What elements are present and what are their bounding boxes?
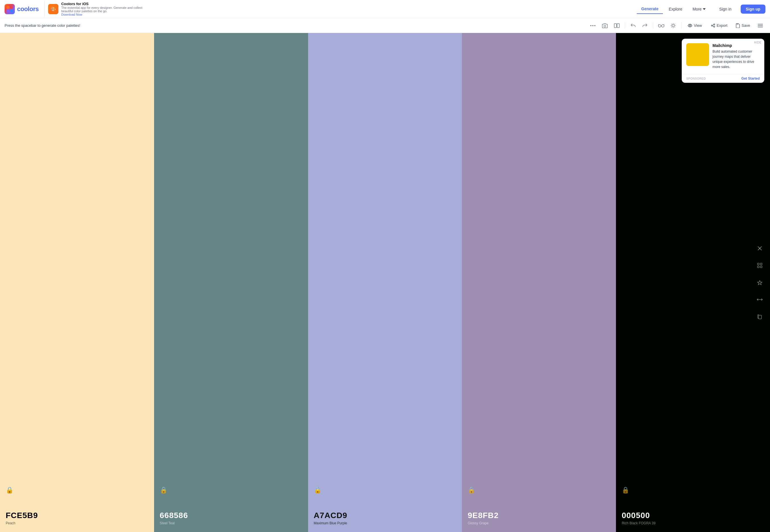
save-button[interactable]: Save <box>732 22 753 30</box>
copy-icon-button[interactable] <box>755 312 764 321</box>
color-swatch-4[interactable]: 🔒 000500 Rich Black FOGRA 39 <box>616 33 770 532</box>
ad-hide-button[interactable]: HIDE <box>754 41 761 44</box>
color-name-4: Rich Black FOGRA 39 <box>622 521 764 525</box>
svg-rect-10 <box>614 24 617 28</box>
svg-rect-35 <box>757 263 759 265</box>
ad-sponsored-label: SPONSORED <box>686 77 706 80</box>
color-hex-3: 9E8FB2 <box>468 511 610 520</box>
toolbar-divider-1 <box>625 22 625 29</box>
menu-button[interactable] <box>755 20 765 31</box>
color-name-1: Steel Teal <box>160 521 302 525</box>
color-swatch-0[interactable]: 🔒 FCE5B9 Peach <box>0 33 154 532</box>
view-label: View <box>694 23 702 28</box>
color-hex-4: 000500 <box>622 511 764 520</box>
export-button[interactable]: Export <box>707 22 731 30</box>
color-name-2: Maximum Blue Purple <box>314 521 456 525</box>
svg-point-26 <box>714 26 715 27</box>
ios-promo-text-block: Coolors for iOS The essential app for ev… <box>61 2 152 16</box>
ad-title: Mailchimp <box>713 43 760 48</box>
svg-line-19 <box>672 24 672 24</box>
top-nav: coolors 🎨 Coolors for iOS The essential … <box>0 0 770 18</box>
star-icon-button[interactable] <box>755 278 764 287</box>
save-label: Save <box>742 23 750 28</box>
export-label: Export <box>717 23 728 28</box>
ios-promo-download-link[interactable]: Download Now <box>61 13 152 16</box>
svg-rect-11 <box>617 24 619 28</box>
chevron-down-icon <box>703 8 706 10</box>
sign-up-button[interactable]: Sign up <box>741 5 765 14</box>
color-swatch-1[interactable]: 🔒 668586 Steel Teal <box>154 33 308 532</box>
logo-text: coolors <box>17 5 39 13</box>
logo-area[interactable]: coolors <box>5 4 39 14</box>
svg-point-9 <box>604 25 606 27</box>
close-icon-button[interactable] <box>755 244 764 253</box>
lock-icon-3[interactable]: 🔒 <box>468 486 610 494</box>
svg-text:🎨: 🎨 <box>50 7 56 12</box>
toolbar-icons: View Export Save <box>588 20 765 31</box>
ad-image <box>686 43 709 66</box>
spacebar-hint: Press the spacebar to generate color pal… <box>5 23 586 28</box>
svg-rect-36 <box>760 263 762 265</box>
ios-promo-banner: 🎨 Coolors for iOS The essential app for … <box>44 1 156 17</box>
lock-icon-1[interactable]: 🔒 <box>160 486 302 494</box>
svg-rect-37 <box>757 266 759 268</box>
ad-popup: HIDE Mailchimp Build automated customer … <box>682 39 764 83</box>
color-swatch-2[interactable]: 🔒 A7ACD9 Maximum Blue Purple <box>308 33 462 532</box>
lock-icon-0[interactable]: 🔒 <box>6 486 148 494</box>
ad-description: Build automated customer journey maps th… <box>713 49 760 69</box>
lock-icon-4[interactable]: 🔒 <box>622 486 764 494</box>
ad-content: Mailchimp Build automated customer journ… <box>713 43 760 69</box>
sign-in-button[interactable]: Sign in <box>715 5 736 14</box>
svg-line-20 <box>674 27 675 27</box>
svg-point-6 <box>590 25 592 26</box>
svg-line-28 <box>713 26 714 26</box>
ad-popup-inner: Mailchimp Build automated customer journ… <box>682 39 764 74</box>
lock-icon-2[interactable]: 🔒 <box>314 486 456 494</box>
camera-button[interactable] <box>600 20 610 31</box>
color-name-3: Glossy Grape <box>468 521 610 525</box>
nav-links: Generate Explore More <box>637 4 710 14</box>
svg-point-13 <box>662 24 664 27</box>
grid-icon-button[interactable] <box>755 261 764 270</box>
svg-point-23 <box>689 25 691 26</box>
color-swatch-3[interactable]: 🔒 9E8FB2 Glossy Grape <box>462 33 616 532</box>
ios-promo-icon: 🎨 <box>48 4 58 14</box>
palette-container: 🔒 FCE5B9 Peach 🔒 668586 Steel Teal 🔒 A7A… <box>0 33 770 532</box>
view-button[interactable]: View <box>684 22 705 29</box>
svg-rect-2 <box>7 9 9 12</box>
svg-point-14 <box>672 24 674 27</box>
ios-promo-desc: The essential app for every designer. Ge… <box>61 6 152 13</box>
sun-icon-button[interactable] <box>668 20 678 31</box>
split-view-button[interactable] <box>612 20 622 31</box>
redo-button[interactable] <box>640 20 650 31</box>
color-hex-0: FCE5B9 <box>6 511 148 520</box>
toolbar-divider-2 <box>653 22 653 29</box>
color-hex-1: 668586 <box>160 511 302 520</box>
ios-promo-title: Coolors for iOS <box>61 2 152 6</box>
svg-rect-38 <box>760 266 762 268</box>
undo-button[interactable] <box>628 20 638 31</box>
svg-rect-3 <box>10 9 13 12</box>
svg-rect-1 <box>10 6 13 9</box>
svg-point-25 <box>714 24 715 25</box>
color-hex-2: A7ACD9 <box>314 511 456 520</box>
svg-point-12 <box>658 24 661 27</box>
glasses-icon-button[interactable] <box>656 20 666 31</box>
svg-line-21 <box>674 24 675 24</box>
ad-footer: SPONSORED Get Started <box>682 74 764 83</box>
svg-rect-40 <box>759 315 761 319</box>
toolbar: Press the spacebar to generate color pal… <box>0 18 770 33</box>
side-icons-panel <box>755 244 764 321</box>
svg-line-27 <box>713 25 714 25</box>
toolbar-divider-3 <box>681 22 682 29</box>
resize-icon-button[interactable] <box>755 295 764 304</box>
svg-point-24 <box>711 25 713 26</box>
nav-explore[interactable]: Explore <box>664 5 687 14</box>
nav-more[interactable]: More <box>688 5 710 14</box>
svg-rect-0 <box>7 6 9 9</box>
svg-line-22 <box>672 27 672 27</box>
more-options-button[interactable] <box>588 20 598 31</box>
nav-generate[interactable]: Generate <box>637 4 663 14</box>
svg-point-7 <box>592 25 594 26</box>
ad-cta-button[interactable]: Get Started <box>741 77 760 81</box>
